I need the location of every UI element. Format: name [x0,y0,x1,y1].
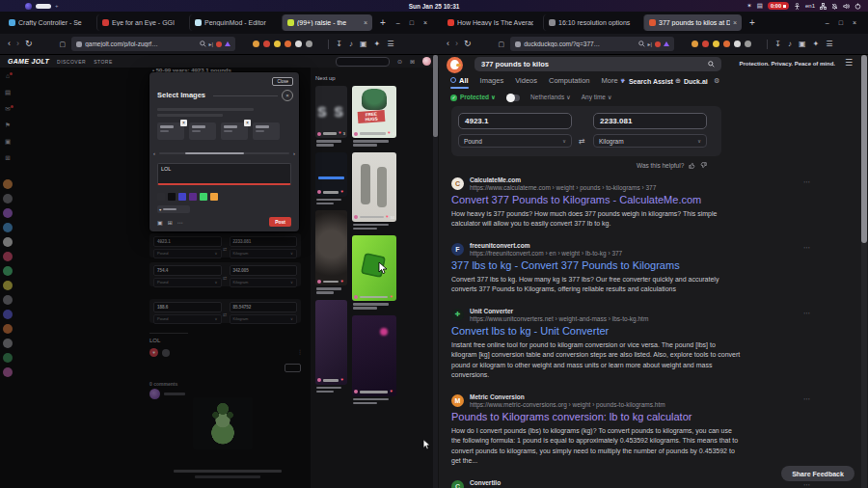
result-site[interactable]: freeunitconvert.com [470,242,810,250]
notifications-icon[interactable]: ⊙ [397,59,402,65]
result-site[interactable]: Metric Conversion [470,393,810,401]
extension-icon[interactable] [274,41,281,47]
post-tile[interactable]: ♥ [315,300,347,385]
duckduckgo-logo[interactable] [447,57,463,73]
extension-icon[interactable] [734,41,741,47]
swap-units-icon[interactable]: ⇄ [579,137,585,146]
tab-close-icon[interactable]: × [364,19,367,26]
scrollbar-thumb[interactable] [861,55,867,243]
search-icon[interactable] [708,61,715,68]
browser-tab[interactable]: Eye for an Eye - GGI [96,14,187,31]
reload-button[interactable]: ↻ [25,40,33,48]
screen-recorder-badge[interactable]: 0:00 [768,2,789,10]
keyboard-icon[interactable]: ▤ [757,3,763,10]
post-tile[interactable]: ♥ [352,315,396,396]
extension-triangle-icon[interactable] [664,41,669,46]
close-window-button[interactable]: × [853,19,856,26]
result-title-link[interactable]: 377 lbs to kg - Convert 377 Pounds to Ki… [451,259,752,272]
workspace-add-icon[interactable]: + [55,3,59,9]
browser-tab[interactable]: Crafty Controller - Se [4,14,95,31]
url-bar[interactable]: gamejolt.com/p/lol-zugrf… ▸| [71,37,235,51]
back-button[interactable]: ‹ [8,40,11,48]
media-icon[interactable]: ♪ [788,40,792,48]
keyboard-layout[interactable]: en1 [805,3,815,9]
extension-icon[interactable] [253,41,259,47]
site-info-icon[interactable] [76,41,82,47]
share-feedback-button[interactable]: Share Feedback [781,466,854,481]
protected-filter[interactable]: ✓ Protected ∨ [450,94,496,101]
downloads-icon[interactable]: ↧ [336,40,342,48]
extension-icon[interactable] [295,41,302,47]
result-menu-icon[interactable]: ⋯ [803,481,810,488]
extension-icon[interactable] [263,41,270,47]
result-site[interactable]: CalculateMe.com [470,176,810,184]
media-icon[interactable]: ♪ [349,40,353,48]
serp-tab[interactable]: Images [480,76,504,89]
highlight-icon[interactable]: ✦ [812,40,819,48]
highlight-icon[interactable]: ✦ [373,40,380,48]
sidebar-toggle-icon[interactable]: ▢ [60,41,67,48]
user-avatar[interactable] [422,57,431,66]
nav-item[interactable]: STORE [94,59,113,65]
url-bar[interactable]: duckduckgo.com/?q=377… ▸| [510,37,674,51]
url-text[interactable]: gamejolt.com/p/lol-zugrf… [85,41,196,47]
clock[interactable]: Sun Jan 25 10:31 [0,3,868,10]
forward-button[interactable]: › [16,40,19,48]
extension-icon[interactable] [702,41,709,47]
reload-button[interactable]: ↻ [464,40,472,48]
thumbs-down-icon[interactable] [700,162,707,169]
gamejolt-logo[interactable]: GAME JOLT [8,58,49,65]
to-unit-select[interactable]: Kilogram ∨ [593,134,707,148]
result-site[interactable]: Convertilo [470,479,810,487]
distro-logo-icon[interactable] [25,3,32,10]
menu-icon[interactable]: ☰ [845,58,853,68]
minimize-button[interactable]: – [826,19,829,26]
post-tile[interactable]: FREE HUGS ♥ 4 [352,86,396,138]
nav-item[interactable]: DISCOVER [57,59,86,65]
accessibility-icon[interactable] [794,3,800,10]
extension-icon[interactable] [713,41,719,47]
adblock-shield-icon[interactable] [216,41,222,47]
tab-close-icon[interactable]: × [733,19,737,26]
browser-tab[interactable]: How Heavy Is The Average [443,14,541,31]
zoom-icon[interactable] [200,41,206,47]
extension-icon[interactable] [306,41,312,47]
messages-icon[interactable]: ⊠ [410,59,415,65]
result-url[interactable]: https://www.metric-conversions.org › wei… [470,401,810,409]
workspace-pill[interactable] [36,4,51,9]
screenshot-icon[interactable]: ▣ [799,40,806,48]
reader-mode-icon[interactable]: ▸| [648,41,653,47]
result-title-link[interactable]: Convert lbs to kg - Unit Converter [451,325,752,338]
sidebar-toggle-icon[interactable]: ▢ [499,41,505,48]
browser-tab[interactable]: (99+) ralsie - the × [282,14,372,31]
browser-tab[interactable]: 16:10 resolution options [543,14,641,31]
result-menu-icon[interactable]: ⋯ [803,310,810,317]
serp-tab[interactable]: All [450,76,469,89]
modal-backdrop[interactable] [0,68,311,488]
extension-icon[interactable] [723,41,730,47]
volume-icon[interactable] [843,3,850,10]
extension-icon[interactable] [692,41,698,47]
result-input[interactable]: 2233.081 [593,113,707,129]
maximize-button[interactable]: □ [839,19,843,26]
extension-icon[interactable]: ✶ [746,3,751,10]
menu-icon[interactable]: ☰ [387,40,393,48]
notifications-muted-icon[interactable] [831,3,838,10]
serp-tab[interactable]: Computation [549,76,590,89]
scrollbar-thumb[interactable] [433,55,438,137]
url-text[interactable]: duckduckgo.com/?q=377… [524,41,635,47]
post-tile[interactable]: ♥ [352,235,396,301]
post-tile[interactable]: ♥ [315,210,347,285]
reader-mode-icon[interactable]: ▸| [209,41,214,47]
search-input[interactable]: 377 pounds to kilos [475,57,721,71]
page-scrollbar[interactable] [433,55,438,488]
power-icon[interactable] [854,3,861,10]
downloads-icon[interactable]: ↧ [774,40,781,48]
region-toggle[interactable] [506,95,520,101]
result-url[interactable]: https://freeunitconvert.com › en › weigh… [470,250,810,258]
new-tab-button[interactable]: + [380,17,386,28]
page-scrollbar[interactable] [861,55,867,488]
forward-button[interactable]: › [455,40,458,48]
duck-ai-button[interactable]: ⊕ Duck.ai [675,77,708,85]
result-title-link[interactable]: Pounds to Kilograms conversion: lb to kg… [451,411,752,423]
